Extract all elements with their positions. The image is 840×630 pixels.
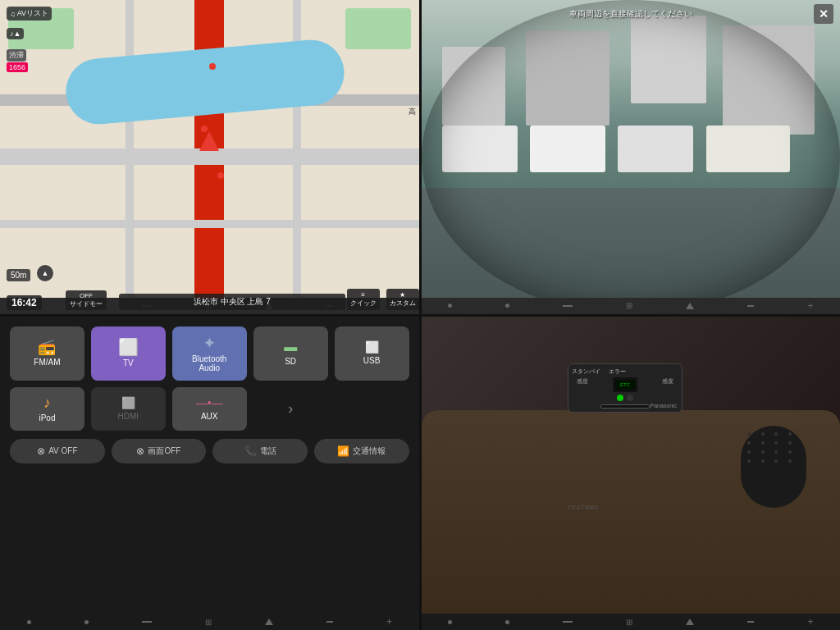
av-ctrl-bar <box>142 621 152 623</box>
etc-control-bar: ⊞ + <box>422 614 841 630</box>
ctrl-minus <box>326 305 333 307</box>
sp-h4 <box>788 432 792 436</box>
error-label: エラー <box>609 368 626 376</box>
map-green-area-1 <box>8 8 74 49</box>
sp-h2 <box>761 432 765 436</box>
building-4 <box>723 25 815 135</box>
traffic-icon: 📶 <box>337 445 349 457</box>
reset-label: 感度 <box>577 377 588 393</box>
tv-label: TV <box>123 358 134 368</box>
av-button-grid: 📻 FM/AM ⬜ TV ✦ BluetoothAudio ▬ SD ⬜ USB… <box>10 326 409 431</box>
sp-h5 <box>747 441 751 445</box>
car-3 <box>618 126 693 172</box>
av-ctrl-cross: ⊞ <box>205 618 212 627</box>
building-3 <box>631 16 706 103</box>
sp-h1 <box>747 432 751 436</box>
etc-sub-label-row: 感度 ETC 感度 <box>572 377 678 393</box>
etc-display-area: ETC <box>613 377 637 393</box>
usb-label: USB <box>363 356 381 365</box>
etc-ctrl-plus: + <box>807 617 813 627</box>
building-2 <box>526 31 609 126</box>
aux-icon: —•— <box>196 397 223 409</box>
tv-icon: ⬜ <box>118 339 139 355</box>
sp-h15 <box>774 459 778 463</box>
av-ctrl-plus: + <box>386 617 392 627</box>
phone-icon: 📞 <box>244 445 257 457</box>
etc-led-row <box>572 395 678 401</box>
av-ctrl-minus <box>326 621 333 623</box>
etc-card-slot <box>600 404 650 409</box>
etc-panel: スタンバイ エラー 感度 ETC 感度 Panasonic CY-ET906D <box>422 317 841 631</box>
screenoff-button[interactable]: ⊗ 画面OFF <box>112 439 207 463</box>
sp-h10 <box>761 450 765 454</box>
av-ctrl-dot-2 <box>84 620 89 624</box>
map-road-h3 <box>0 220 419 228</box>
ctrl-dot-1 <box>27 304 31 308</box>
aux-label: AUX <box>201 412 218 421</box>
car-2 <box>530 126 605 172</box>
sd-label: SD <box>285 357 296 366</box>
etc-ctrl-minus <box>747 621 754 623</box>
fmam-label: FM/AM <box>34 358 60 367</box>
sp-h13 <box>747 459 751 463</box>
avoff-label: AV OFF <box>48 446 77 455</box>
av-hdmi-button[interactable]: ⬜ HDMI <box>91 387 166 431</box>
etc-display-svg: ETC <box>613 377 637 392</box>
ctrl-plus: + <box>386 301 392 311</box>
camera-close-button[interactable]: ✕ <box>814 4 833 24</box>
av-ctrl-dot-1 <box>27 620 31 624</box>
av-action-row: ⊗ AV OFF ⊗ 画面OFF 📞 電話 📶 交通情報 <box>10 439 409 463</box>
etc-ctrl-bar <box>563 621 573 623</box>
av-bluetooth-button[interactable]: ✦ BluetoothAudio <box>172 326 247 381</box>
etc-ctrl-dot-2 <box>505 620 509 624</box>
phone-button[interactable]: 📞 電話 <box>212 439 308 463</box>
avoff-icon: ⊗ <box>37 445 45 457</box>
traffic-label: 交通情報 <box>353 445 386 457</box>
avoff-button[interactable]: ⊗ AV OFF <box>10 439 105 463</box>
cam-ctrl-bar <box>563 305 573 307</box>
ctrl-dot-2 <box>84 304 89 308</box>
scroll-arrow-icon: › <box>288 400 293 418</box>
sp-h11 <box>774 450 778 454</box>
av-tv-button[interactable]: ⬜ TV <box>91 326 166 381</box>
map-green-area-2 <box>345 8 411 49</box>
av-fmam-button[interactable]: 📻 FM/AM <box>10 326 84 381</box>
etc-brand-label: Panasonic <box>650 403 677 409</box>
sp-h8 <box>788 441 792 445</box>
hdmi-icon: ⬜ <box>121 397 135 409</box>
etc-unit-top: スタンバイ エラー <box>572 368 678 376</box>
nav-control-bar: ⊞ + <box>0 298 419 314</box>
etc-led-green <box>617 395 623 401</box>
car-1 <box>442 126 518 172</box>
av-aux-button[interactable]: —•— AUX <box>172 387 247 431</box>
cam-ctrl-dot-2 <box>505 304 509 308</box>
ground <box>422 188 841 298</box>
cam-ctrl-plus: + <box>807 301 813 311</box>
svg-text:ETC: ETC <box>620 382 631 387</box>
sp-h6 <box>761 441 765 445</box>
hdmi-label: HDMI <box>118 412 139 421</box>
ipod-icon: ♪ <box>43 395 51 410</box>
av-ipod-button[interactable]: ♪ iPod <box>10 387 84 431</box>
radio-icon: 📻 <box>38 340 56 354</box>
navigation-panel: ♫ AVリスト ♪▲ 渋滞 1656 50m ▲ 16:42 OFFサイドモー … <box>0 0 419 314</box>
camera-panel: 車両周辺を直接確認してください ✕ ⊞ + <box>422 0 841 314</box>
phone-label: 電話 <box>260 445 276 457</box>
av-sd-button[interactable]: ▬ SD <box>253 326 328 381</box>
etc-ctrl-cross: ⊞ <box>626 618 632 627</box>
screenoff-label: 画面OFF <box>148 445 180 457</box>
navigation-arrow <box>199 131 219 151</box>
traffic-info-button[interactable]: 📶 交通情報 <box>314 439 409 463</box>
etc-ctrl-triangle <box>686 619 694 625</box>
etc-ctrl-dot-1 <box>448 620 452 624</box>
ctrl-cross: ⊞ <box>205 301 212 310</box>
sp-h16 <box>788 459 792 463</box>
ipod-label: iPod <box>39 413 55 422</box>
sp-h9 <box>747 450 751 454</box>
av-usb-button[interactable]: ⬜ USB <box>335 326 409 381</box>
car-4 <box>706 126 790 172</box>
av-menu-panel: 📻 FM/AM ⬜ TV ✦ BluetoothAudio ▬ SD ⬜ USB… <box>0 317 419 631</box>
cam-ctrl-cross: ⊞ <box>626 301 632 310</box>
ctrl-triangle <box>265 303 273 309</box>
building-1 <box>442 47 505 126</box>
